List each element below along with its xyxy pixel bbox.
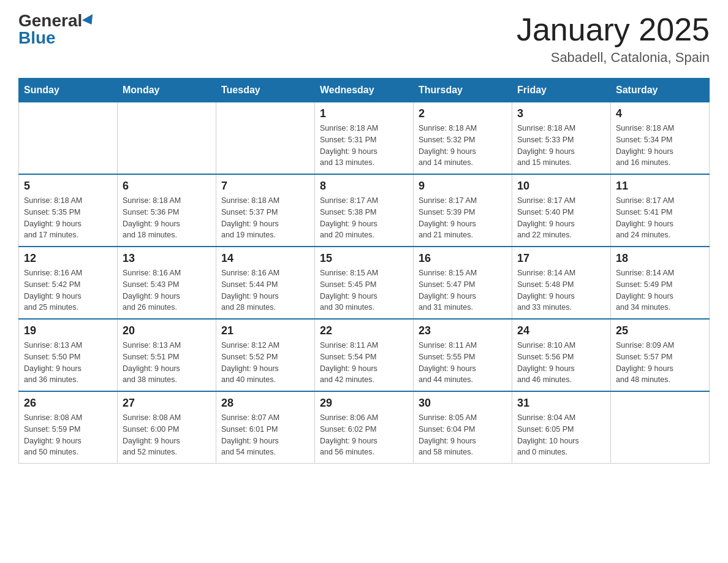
- calendar-cell: [118, 102, 216, 175]
- calendar-cell: 6Sunrise: 8:18 AM Sunset: 5:36 PM Daylig…: [118, 174, 216, 247]
- calendar-cell: 31Sunrise: 8:04 AM Sunset: 6:05 PM Dayli…: [512, 391, 611, 464]
- calendar-cell: 16Sunrise: 8:15 AM Sunset: 5:47 PM Dayli…: [414, 247, 512, 319]
- day-sun-info: Sunrise: 8:08 AM Sunset: 5:59 PM Dayligh…: [24, 412, 112, 458]
- day-sun-info: Sunrise: 8:17 AM Sunset: 5:39 PM Dayligh…: [419, 195, 507, 241]
- day-sun-info: Sunrise: 8:06 AM Sunset: 6:02 PM Dayligh…: [320, 412, 408, 458]
- calendar-cell: [216, 102, 315, 175]
- day-sun-info: Sunrise: 8:16 AM Sunset: 5:42 PM Dayligh…: [24, 267, 112, 313]
- day-sun-info: Sunrise: 8:15 AM Sunset: 5:45 PM Dayligh…: [320, 267, 408, 313]
- day-sun-info: Sunrise: 8:18 AM Sunset: 5:33 PM Dayligh…: [517, 123, 605, 169]
- day-sun-info: Sunrise: 8:04 AM Sunset: 6:05 PM Dayligh…: [517, 412, 605, 458]
- page-header: General Blue January 2025 Sabadell, Cata…: [18, 12, 710, 66]
- title-block: January 2025 Sabadell, Catalonia, Spain: [517, 12, 710, 66]
- calendar-cell: 5Sunrise: 8:18 AM Sunset: 5:35 PM Daylig…: [19, 174, 118, 247]
- day-sun-info: Sunrise: 8:11 AM Sunset: 5:55 PM Dayligh…: [419, 340, 507, 386]
- calendar-week-row: 12Sunrise: 8:16 AM Sunset: 5:42 PM Dayli…: [19, 247, 710, 319]
- day-number: 22: [320, 324, 408, 337]
- day-number: 3: [517, 107, 605, 120]
- day-sun-info: Sunrise: 8:15 AM Sunset: 5:47 PM Dayligh…: [419, 267, 507, 313]
- day-number: 2: [419, 107, 507, 120]
- day-number: 28: [221, 397, 309, 410]
- weekday-header-thursday: Thursday: [414, 79, 512, 102]
- calendar-cell: 18Sunrise: 8:14 AM Sunset: 5:49 PM Dayli…: [611, 247, 710, 319]
- day-sun-info: Sunrise: 8:14 AM Sunset: 5:49 PM Dayligh…: [616, 267, 704, 313]
- day-sun-info: Sunrise: 8:16 AM Sunset: 5:43 PM Dayligh…: [123, 267, 211, 313]
- day-sun-info: Sunrise: 8:10 AM Sunset: 5:56 PM Dayligh…: [517, 340, 605, 386]
- calendar-cell: 14Sunrise: 8:16 AM Sunset: 5:44 PM Dayli…: [216, 247, 315, 319]
- day-number: 10: [517, 180, 605, 193]
- day-sun-info: Sunrise: 8:07 AM Sunset: 6:01 PM Dayligh…: [221, 412, 309, 458]
- day-sun-info: Sunrise: 8:18 AM Sunset: 5:32 PM Dayligh…: [419, 123, 507, 169]
- calendar-cell: 8Sunrise: 8:17 AM Sunset: 5:38 PM Daylig…: [315, 174, 414, 247]
- calendar-cell: 24Sunrise: 8:10 AM Sunset: 5:56 PM Dayli…: [512, 319, 611, 391]
- day-number: 16: [419, 252, 507, 265]
- calendar-cell: 4Sunrise: 8:18 AM Sunset: 5:34 PM Daylig…: [611, 102, 710, 175]
- calendar-cell: 13Sunrise: 8:16 AM Sunset: 5:43 PM Dayli…: [118, 247, 216, 319]
- weekday-header-sunday: Sunday: [19, 79, 118, 102]
- calendar-cell: 17Sunrise: 8:14 AM Sunset: 5:48 PM Dayli…: [512, 247, 611, 319]
- day-sun-info: Sunrise: 8:18 AM Sunset: 5:35 PM Dayligh…: [24, 195, 112, 241]
- calendar-cell: 11Sunrise: 8:17 AM Sunset: 5:41 PM Dayli…: [611, 174, 710, 247]
- calendar-week-row: 19Sunrise: 8:13 AM Sunset: 5:50 PM Dayli…: [19, 319, 710, 391]
- weekday-header-monday: Monday: [118, 79, 216, 102]
- day-number: 24: [517, 324, 605, 337]
- calendar-cell: 21Sunrise: 8:12 AM Sunset: 5:52 PM Dayli…: [216, 319, 315, 391]
- calendar-cell: 25Sunrise: 8:09 AM Sunset: 5:57 PM Dayli…: [611, 319, 710, 391]
- logo-general-text: General: [18, 12, 82, 29]
- day-sun-info: Sunrise: 8:05 AM Sunset: 6:04 PM Dayligh…: [419, 412, 507, 458]
- day-sun-info: Sunrise: 8:18 AM Sunset: 5:31 PM Dayligh…: [320, 123, 408, 169]
- calendar-cell: 23Sunrise: 8:11 AM Sunset: 5:55 PM Dayli…: [414, 319, 512, 391]
- day-number: 15: [320, 252, 408, 265]
- weekday-header-tuesday: Tuesday: [216, 79, 315, 102]
- day-number: 29: [320, 397, 408, 410]
- day-number: 4: [616, 107, 704, 120]
- calendar-cell: 15Sunrise: 8:15 AM Sunset: 5:45 PM Dayli…: [315, 247, 414, 319]
- day-sun-info: Sunrise: 8:13 AM Sunset: 5:51 PM Dayligh…: [123, 340, 211, 386]
- day-number: 7: [221, 180, 309, 193]
- calendar-cell: [611, 391, 710, 464]
- day-sun-info: Sunrise: 8:18 AM Sunset: 5:36 PM Dayligh…: [123, 195, 211, 241]
- day-sun-info: Sunrise: 8:17 AM Sunset: 5:38 PM Dayligh…: [320, 195, 408, 241]
- calendar-cell: 26Sunrise: 8:08 AM Sunset: 5:59 PM Dayli…: [19, 391, 118, 464]
- day-number: 26: [24, 397, 112, 410]
- weekday-header-friday: Friday: [512, 79, 611, 102]
- day-sun-info: Sunrise: 8:09 AM Sunset: 5:57 PM Dayligh…: [616, 340, 704, 386]
- day-sun-info: Sunrise: 8:13 AM Sunset: 5:50 PM Dayligh…: [24, 340, 112, 386]
- day-sun-info: Sunrise: 8:12 AM Sunset: 5:52 PM Dayligh…: [221, 340, 309, 386]
- calendar-cell: [19, 102, 118, 175]
- day-sun-info: Sunrise: 8:18 AM Sunset: 5:34 PM Dayligh…: [616, 123, 704, 169]
- day-sun-info: Sunrise: 8:11 AM Sunset: 5:54 PM Dayligh…: [320, 340, 408, 386]
- calendar-table: SundayMondayTuesdayWednesdayThursdayFrid…: [18, 78, 710, 464]
- day-number: 17: [517, 252, 605, 265]
- calendar-cell: 3Sunrise: 8:18 AM Sunset: 5:33 PM Daylig…: [512, 102, 611, 175]
- calendar-cell: 22Sunrise: 8:11 AM Sunset: 5:54 PM Dayli…: [315, 319, 414, 391]
- day-number: 21: [221, 324, 309, 337]
- calendar-cell: 1Sunrise: 8:18 AM Sunset: 5:31 PM Daylig…: [315, 102, 414, 175]
- day-sun-info: Sunrise: 8:08 AM Sunset: 6:00 PM Dayligh…: [123, 412, 211, 458]
- month-title: January 2025: [517, 12, 710, 47]
- logo-arrow-icon: [82, 14, 97, 28]
- calendar-cell: 10Sunrise: 8:17 AM Sunset: 5:40 PM Dayli…: [512, 174, 611, 247]
- calendar-week-row: 5Sunrise: 8:18 AM Sunset: 5:35 PM Daylig…: [19, 174, 710, 247]
- day-sun-info: Sunrise: 8:14 AM Sunset: 5:48 PM Dayligh…: [517, 267, 605, 313]
- calendar-week-row: 26Sunrise: 8:08 AM Sunset: 5:59 PM Dayli…: [19, 391, 710, 464]
- calendar-cell: 29Sunrise: 8:06 AM Sunset: 6:02 PM Dayli…: [315, 391, 414, 464]
- logo: General Blue: [18, 12, 96, 47]
- day-number: 5: [24, 180, 112, 193]
- day-number: 20: [123, 324, 211, 337]
- day-number: 14: [221, 252, 309, 265]
- calendar-cell: 20Sunrise: 8:13 AM Sunset: 5:51 PM Dayli…: [118, 319, 216, 391]
- calendar-header-row: SundayMondayTuesdayWednesdayThursdayFrid…: [19, 79, 710, 102]
- day-number: 31: [517, 397, 605, 410]
- day-sun-info: Sunrise: 8:18 AM Sunset: 5:37 PM Dayligh…: [221, 195, 309, 241]
- day-sun-info: Sunrise: 8:17 AM Sunset: 5:40 PM Dayligh…: [517, 195, 605, 241]
- day-sun-info: Sunrise: 8:17 AM Sunset: 5:41 PM Dayligh…: [616, 195, 704, 241]
- calendar-cell: 30Sunrise: 8:05 AM Sunset: 6:04 PM Dayli…: [414, 391, 512, 464]
- day-number: 27: [123, 397, 211, 410]
- day-number: 18: [616, 252, 704, 265]
- weekday-header-saturday: Saturday: [611, 79, 710, 102]
- weekday-header-wednesday: Wednesday: [315, 79, 414, 102]
- day-number: 12: [24, 252, 112, 265]
- calendar-cell: 7Sunrise: 8:18 AM Sunset: 5:37 PM Daylig…: [216, 174, 315, 247]
- calendar-cell: 27Sunrise: 8:08 AM Sunset: 6:00 PM Dayli…: [118, 391, 216, 464]
